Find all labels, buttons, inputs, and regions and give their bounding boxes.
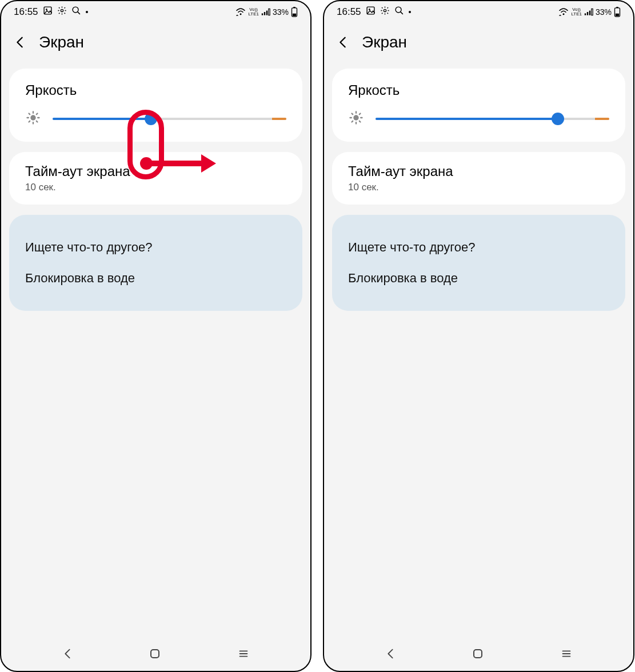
gear-icon xyxy=(380,6,390,18)
svg-point-29 xyxy=(563,13,565,15)
brightness-title: Яркость xyxy=(25,82,286,98)
svg-rect-6 xyxy=(264,12,265,15)
gear-icon xyxy=(57,6,67,18)
svg-rect-8 xyxy=(269,9,270,15)
volte-icon: Vo)) LTE1 xyxy=(248,7,259,17)
svg-point-27 xyxy=(384,9,386,11)
battery-text: 33% xyxy=(596,7,612,17)
timeout-value: 10 сек. xyxy=(25,182,286,193)
brightness-card: Яркость xyxy=(332,69,625,142)
svg-point-1 xyxy=(46,9,47,10)
status-time: 16:55 xyxy=(337,6,361,18)
phone-screenshot-right: 16:55 Vo)) LTE1 33% xyxy=(323,0,634,672)
nav-home-button[interactable] xyxy=(471,647,485,661)
svg-point-3 xyxy=(73,7,78,13)
back-button[interactable] xyxy=(14,36,26,49)
status-time: 16:55 xyxy=(14,6,38,18)
image-icon xyxy=(366,6,376,18)
signal-icon xyxy=(584,8,593,16)
battery-icon xyxy=(614,7,621,17)
svg-point-12 xyxy=(30,115,35,120)
svg-line-44 xyxy=(352,121,353,122)
svg-line-18 xyxy=(37,121,38,122)
search-icon xyxy=(71,6,81,18)
more-dot-icon xyxy=(409,11,411,13)
svg-line-45 xyxy=(360,114,361,115)
page-title: Экран xyxy=(362,33,407,51)
image-icon xyxy=(43,6,53,18)
battery-icon xyxy=(291,7,298,17)
svg-line-19 xyxy=(29,121,30,122)
timeout-card[interactable]: Тайм-аут экрана 10 сек. xyxy=(9,152,302,205)
signal-icon xyxy=(261,8,270,16)
svg-rect-32 xyxy=(589,11,590,15)
sun-icon xyxy=(348,110,364,128)
svg-line-43 xyxy=(360,121,361,122)
looking-card: Ищете что-то другое? Блокировка в воде xyxy=(332,215,625,311)
wifi-icon xyxy=(235,8,246,16)
svg-point-4 xyxy=(240,13,242,15)
nav-back-button[interactable] xyxy=(384,647,397,660)
nav-recents-button[interactable] xyxy=(560,647,573,660)
nav-back-button[interactable] xyxy=(61,647,74,660)
water-lock-item[interactable]: Блокировка в воде xyxy=(348,263,609,294)
looking-title: Ищете что-то другое? xyxy=(25,232,286,263)
status-bar: 16:55 Vo)) LTE1 33% xyxy=(324,1,633,23)
svg-rect-33 xyxy=(592,9,593,15)
svg-point-37 xyxy=(353,115,358,120)
brightness-slider[interactable] xyxy=(376,113,609,125)
svg-point-2 xyxy=(61,9,63,11)
svg-rect-46 xyxy=(474,650,482,658)
volte-icon: Vo)) LTE1 xyxy=(571,7,582,17)
more-dot-icon xyxy=(86,11,88,13)
timeout-title: Тайм-аут экрана xyxy=(348,163,609,179)
brightness-slider[interactable] xyxy=(53,113,286,125)
looking-card: Ищете что-то другое? Блокировка в воде xyxy=(9,215,302,311)
status-bar: 16:55 Vo)) LTE1 33% xyxy=(1,1,310,23)
nav-bar xyxy=(1,637,310,671)
timeout-value: 10 сек. xyxy=(348,182,609,193)
back-button[interactable] xyxy=(337,36,349,49)
page-header: Экран xyxy=(1,23,310,69)
timeout-title: Тайм-аут экрана xyxy=(25,163,286,179)
brightness-title: Яркость xyxy=(348,82,609,98)
timeout-card[interactable]: Тайм-аут экрана 10 сек. xyxy=(332,152,625,205)
brightness-card: Яркость xyxy=(9,69,302,142)
svg-point-26 xyxy=(369,9,370,10)
looking-title: Ищете что-то другое? xyxy=(348,232,609,263)
water-lock-item[interactable]: Блокировка в воде xyxy=(25,263,286,294)
svg-rect-31 xyxy=(587,12,588,15)
search-icon xyxy=(394,6,404,18)
nav-bar xyxy=(324,637,633,671)
svg-rect-21 xyxy=(151,650,159,658)
page-header: Экран xyxy=(324,23,633,69)
svg-rect-30 xyxy=(585,13,586,15)
svg-point-28 xyxy=(396,7,401,13)
svg-rect-5 xyxy=(262,13,263,15)
svg-line-17 xyxy=(29,114,30,115)
sun-icon xyxy=(25,110,41,128)
svg-line-42 xyxy=(352,114,353,115)
wifi-icon xyxy=(558,8,569,16)
svg-rect-36 xyxy=(616,14,619,17)
page-title: Экран xyxy=(39,33,84,51)
battery-text: 33% xyxy=(273,7,289,17)
svg-rect-11 xyxy=(293,14,296,17)
phone-screenshot-left: 16:55 Vo)) LTE1 33% xyxy=(0,0,311,672)
svg-line-20 xyxy=(37,114,38,115)
nav-recents-button[interactable] xyxy=(237,647,250,660)
nav-home-button[interactable] xyxy=(148,647,162,661)
svg-rect-7 xyxy=(266,11,267,15)
